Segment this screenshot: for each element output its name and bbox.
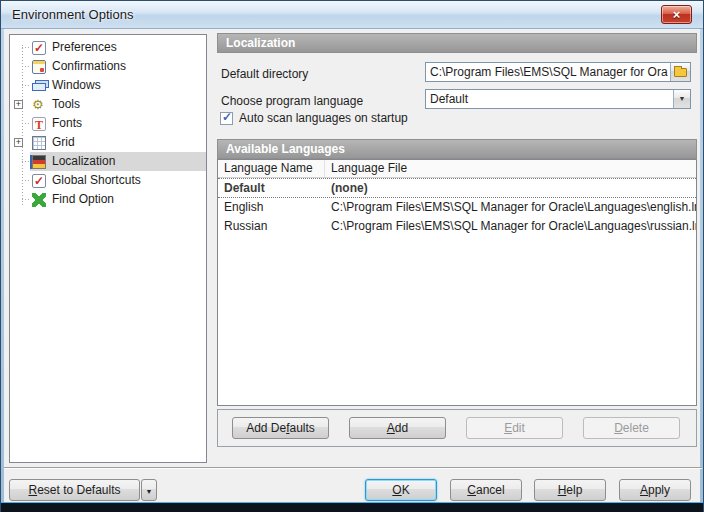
- tree-item-preferences[interactable]: Preferences: [10, 38, 206, 57]
- environment-options-dialog: Environment Options × Preferences Confir…: [0, 0, 704, 512]
- tree-item-label: Localization: [52, 152, 115, 171]
- language-file-cell: C:\Program Files\EMS\SQL Manager for Ora…: [325, 217, 696, 236]
- tree-item-label: Tools: [52, 95, 80, 114]
- title-bar[interactable]: Environment Options ×: [1, 1, 704, 29]
- window-edge-left: [1, 29, 4, 504]
- tree-connector: [22, 66, 31, 67]
- language-name-cell: Default: [218, 179, 325, 197]
- ok-button[interactable]: OK: [365, 479, 437, 501]
- add-defaults-button[interactable]: Add Defaults: [232, 417, 329, 439]
- tree-item-label: Windows: [52, 76, 101, 95]
- tree-item-label: Find Option: [52, 190, 114, 209]
- column-header-language-name[interactable]: Language Name: [218, 160, 325, 177]
- find-option-icon: [32, 193, 46, 207]
- tree-connector: [22, 123, 31, 124]
- close-button[interactable]: ×: [661, 5, 692, 24]
- tree-item-find-option[interactable]: Find Option: [10, 190, 206, 209]
- cancel-button[interactable]: Cancel: [450, 479, 522, 501]
- default-directory-label: Default directory: [221, 67, 308, 81]
- grid-icon: [32, 136, 46, 150]
- tree-connector: [22, 47, 31, 48]
- tree-item-label: Preferences: [52, 38, 117, 57]
- apply-button[interactable]: Apply: [619, 479, 691, 501]
- tools-icon: [32, 98, 46, 112]
- languages-list[interactable]: Language Name Language File Default (non…: [217, 159, 697, 406]
- windows-icon: [32, 83, 46, 91]
- window-bottom-border: [1, 502, 704, 512]
- window-title: Environment Options: [12, 7, 133, 22]
- folder-open-icon: [674, 68, 687, 77]
- languages-list-header: Language Name Language File: [218, 160, 696, 178]
- tree-connector: [22, 180, 31, 181]
- fonts-icon: [32, 117, 46, 131]
- add-button[interactable]: Add: [349, 417, 446, 439]
- tree-item-label: Fonts: [52, 114, 82, 133]
- language-name-cell: Russian: [218, 217, 325, 236]
- confirmations-icon: [32, 60, 46, 74]
- languages-buttons-panel: Add Defaults Add Edit Delete: [217, 409, 697, 447]
- browse-directory-button[interactable]: [670, 63, 690, 81]
- reset-to-defaults-button[interactable]: Reset to Defaults: [9, 479, 140, 501]
- window-edge-right: [700, 29, 703, 504]
- edit-button: Edit: [466, 417, 563, 439]
- auto-scan-label: Auto scan languages on startup: [239, 111, 408, 125]
- language-file-cell: (none): [325, 179, 696, 197]
- table-row[interactable]: Default (none): [218, 178, 696, 198]
- tree-item-tools[interactable]: + Tools: [10, 95, 206, 114]
- tree-item-confirmations[interactable]: Confirmations: [10, 57, 206, 76]
- choose-language-label: Choose program language: [221, 94, 363, 108]
- tree-item-windows[interactable]: Windows: [10, 76, 206, 95]
- tree-connector: [22, 85, 31, 86]
- auto-scan-checkbox-row[interactable]: Auto scan languages on startup: [220, 111, 408, 125]
- language-name-cell: English: [218, 198, 325, 217]
- language-file-cell: C:\Program Files\EMS\SQL Manager for Ora…: [325, 198, 696, 217]
- options-tree: Preferences Confirmations Windows + Tool…: [10, 38, 206, 209]
- checked-checkbox-icon[interactable]: [220, 112, 233, 125]
- localization-section-header: Localization: [217, 33, 697, 53]
- tree-item-fonts[interactable]: Fonts: [10, 114, 206, 133]
- footer-separator: [4, 467, 702, 469]
- column-header-language-file[interactable]: Language File: [325, 160, 696, 177]
- global-shortcuts-icon: [32, 174, 46, 188]
- table-row[interactable]: English C:\Program Files\EMS\SQL Manager…: [218, 198, 696, 217]
- tree-connector: [22, 199, 31, 200]
- combobox-value: Default: [426, 90, 673, 108]
- localization-flag-icon: [32, 155, 46, 169]
- tree-item-label: Confirmations: [52, 57, 126, 76]
- help-button[interactable]: Help: [534, 479, 606, 501]
- program-language-combobox[interactable]: Default: [425, 89, 691, 109]
- expand-plus-icon[interactable]: +: [14, 100, 23, 109]
- table-row[interactable]: Russian C:\Program Files\EMS\SQL Manager…: [218, 217, 696, 236]
- chevron-down-icon[interactable]: [673, 90, 690, 108]
- default-directory-input[interactable]: [426, 63, 670, 81]
- default-directory-field-group: [425, 62, 691, 82]
- expand-plus-icon[interactable]: +: [14, 138, 23, 147]
- tree-item-label: Global Shortcuts: [52, 171, 141, 190]
- options-tree-panel: Preferences Confirmations Windows + Tool…: [9, 34, 207, 463]
- tree-item-global-shortcuts[interactable]: Global Shortcuts: [10, 171, 206, 190]
- tree-item-localization[interactable]: Localization: [10, 152, 206, 171]
- delete-button: Delete: [583, 417, 680, 439]
- tree-item-label: Grid: [52, 133, 75, 152]
- tree-item-grid[interactable]: + Grid: [10, 133, 206, 152]
- available-languages-header: Available Languages: [217, 139, 697, 159]
- preferences-icon: [32, 41, 46, 55]
- reset-dropdown-arrow-button[interactable]: [141, 479, 157, 501]
